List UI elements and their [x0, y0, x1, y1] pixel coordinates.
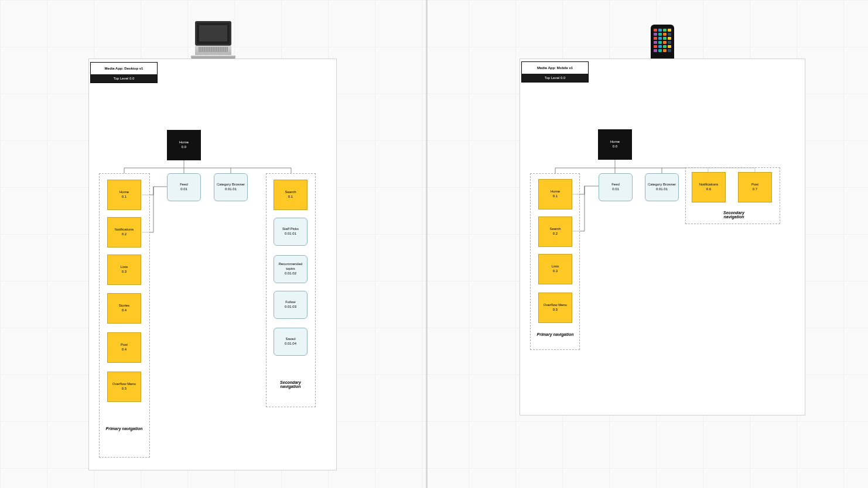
node-primary-home-mobile[interactable]: Home 0.1	[538, 179, 572, 209]
laptop-icon	[191, 21, 235, 59]
node-primary-post-desktop[interactable]: Post 0.4	[107, 332, 141, 363]
node-feed-desktop[interactable]: Feed 0.01	[167, 173, 201, 201]
node-primary-search-mobile[interactable]: Search 0.2	[538, 216, 572, 247]
node-primary-overflow-mobile[interactable]: Overflow Menu 0.5	[538, 293, 572, 323]
node-primary-notifications-desktop[interactable]: Notifications 0.2	[107, 217, 141, 248]
node-secondary-post-mobile[interactable]: Post 0.7	[738, 172, 772, 202]
title-desktop: Media App: Desktop v1 Top Level 0.0	[90, 62, 158, 83]
group-secondary-label-mobile: Secondary navigation	[713, 211, 754, 219]
node-secondary-follow-desktop[interactable]: Follow 0.01.03	[274, 291, 307, 319]
node-secondary-staffpicks-desktop[interactable]: Staff Picks 0.01.01	[274, 218, 307, 246]
title-mobile-sub: Top Level 0.0	[522, 74, 588, 82]
node-home-root-desktop[interactable]: Home 0.0	[167, 130, 201, 160]
node-primary-lists-mobile[interactable]: Lists 0.3	[538, 254, 572, 284]
node-secondary-notifications-mobile[interactable]: Notifications 0.6	[692, 172, 726, 202]
node-primary-lists-desktop[interactable]: Lists 0.3	[107, 255, 141, 285]
title-mobile-label: Media App: Mobile v1	[522, 62, 588, 74]
node-secondary-recommended-desktop[interactable]: Recommended topics 0.01.02	[274, 255, 307, 283]
title-mobile: Media App: Mobile v1 Top Level 0.0	[521, 61, 589, 83]
node-secondary-saved-desktop[interactable]: Saved 0.01.04	[274, 328, 307, 356]
vertical-divider	[426, 0, 428, 488]
node-category-browser-desktop[interactable]: Category Browser 0.01.01	[214, 173, 248, 201]
title-desktop-label: Media App: Desktop v1	[91, 63, 157, 74]
group-primary-label-desktop: Primary navigation	[104, 427, 145, 431]
group-primary-label-mobile: Primary navigation	[535, 332, 576, 336]
node-category-browser-mobile[interactable]: Category Browser 0.01.01	[645, 173, 679, 201]
title-desktop-sub: Top Level 0.0	[91, 74, 157, 83]
node-primary-stories-desktop[interactable]: Stories 0.4	[107, 293, 141, 324]
group-secondary-label-desktop: Secondary navigation	[270, 380, 311, 389]
node-primary-home-desktop[interactable]: Home 0.1	[107, 180, 141, 210]
node-primary-overflow-desktop[interactable]: Overflow Menu 0.5	[107, 372, 141, 402]
node-feed-mobile[interactable]: Feed 0.01	[599, 173, 633, 201]
node-home-root-mobile[interactable]: Home 0.0	[598, 129, 632, 160]
node-secondary-search-desktop[interactable]: Search 0.1	[274, 180, 307, 210]
